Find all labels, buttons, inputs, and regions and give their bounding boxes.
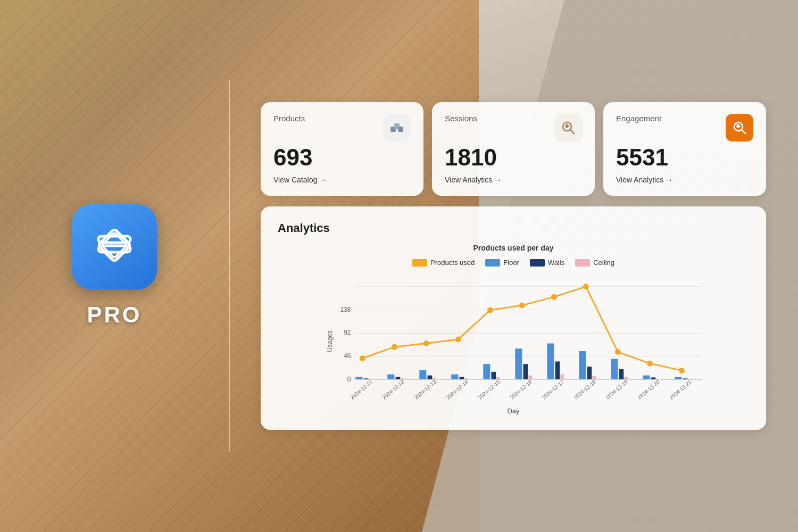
- y-axis-label: Usages: [326, 330, 334, 352]
- pro-label: PRO: [87, 302, 142, 328]
- svg-rect-14: [737, 124, 739, 128]
- svg-rect-51: [643, 376, 650, 380]
- legend-label-ceiling: Ceiling: [593, 259, 614, 267]
- sessions-card: Sessions 1810 View Analytics →: [432, 102, 595, 196]
- sessions-label: Sessions: [445, 114, 477, 123]
- engagement-icon: [726, 114, 753, 142]
- svg-rect-6: [398, 127, 403, 132]
- svg-text:2024-12-18: 2024-12-18: [572, 379, 597, 401]
- dot-1: [392, 344, 397, 350]
- legend-color-products: [412, 259, 427, 267]
- svg-text:0: 0: [347, 376, 351, 383]
- dot-8: [615, 349, 621, 355]
- dot-4: [487, 307, 493, 313]
- svg-rect-43: [555, 361, 560, 379]
- svg-text:2024-12-17: 2024-12-17: [541, 379, 564, 401]
- svg-rect-27: [387, 375, 394, 380]
- svg-text:92: 92: [344, 329, 351, 336]
- svg-rect-10: [566, 124, 568, 128]
- dot-9: [647, 361, 653, 367]
- svg-text:138: 138: [340, 306, 351, 313]
- sessions-value: 1810: [445, 146, 582, 169]
- svg-rect-36: [483, 364, 490, 379]
- svg-rect-33: [451, 375, 458, 380]
- sessions-icon: [554, 114, 582, 142]
- legend-label-products: Products used: [430, 259, 475, 267]
- chart-legend: Products used Floor Walls Ceiling: [278, 259, 749, 267]
- svg-text:2024-12-16: 2024-12-16: [509, 379, 533, 401]
- svg-text:2024-12-12: 2024-12-12: [381, 379, 405, 401]
- svg-line-8: [570, 130, 575, 134]
- svg-rect-28: [396, 377, 401, 380]
- svg-text:2024-12-15: 2024-12-15: [477, 379, 501, 401]
- products-value: 693: [273, 146, 411, 169]
- engagement-link[interactable]: View Analytics →: [616, 176, 753, 184]
- legend-floor: Floor: [485, 259, 519, 267]
- engagement-card-header: Engagement: [616, 114, 753, 142]
- dot-7: [583, 284, 589, 289]
- svg-rect-34: [460, 377, 464, 380]
- x-axis-label: Day: [278, 407, 749, 415]
- svg-text:2024-12-20: 2024-12-20: [636, 379, 661, 401]
- dot-0: [360, 355, 365, 361]
- svg-rect-39: [515, 348, 522, 379]
- legend-color-walls: [530, 259, 545, 267]
- right-panel: Products 693 View Catalog → Sessions: [229, 81, 798, 451]
- svg-text:2024-12-14: 2024-12-14: [445, 379, 469, 401]
- svg-rect-37: [492, 372, 496, 380]
- svg-text:46: 46: [344, 352, 351, 360]
- sessions-card-header: Sessions: [445, 114, 582, 142]
- products-icon: [383, 114, 411, 142]
- dot-3: [455, 336, 461, 342]
- legend-color-floor: [485, 259, 500, 267]
- svg-rect-49: [619, 369, 624, 379]
- engagement-card: Engagement 5531 View Analytics →: [603, 102, 766, 196]
- legend-color-ceiling: [575, 259, 590, 267]
- dot-10: [679, 368, 685, 373]
- engagement-label: Engagement: [616, 114, 661, 123]
- dot-5: [519, 302, 525, 308]
- dot-2: [423, 340, 429, 346]
- chart-title: Products used per day: [278, 244, 749, 252]
- legend-label-floor: Floor: [503, 259, 519, 267]
- dot-6: [551, 294, 557, 300]
- svg-rect-54: [675, 377, 681, 380]
- engagement-value: 5531: [616, 146, 753, 169]
- svg-rect-48: [611, 359, 618, 380]
- analytics-card: Analytics Products used per day Products…: [261, 206, 766, 430]
- svg-text:2024-12-13: 2024-12-13: [413, 379, 437, 401]
- svg-rect-30: [419, 370, 426, 379]
- svg-text:2024-12-19: 2024-12-19: [604, 379, 628, 401]
- legend-ceiling: Ceiling: [575, 259, 614, 267]
- svg-line-12: [742, 130, 746, 134]
- app-icon: [72, 204, 157, 289]
- analytics-title: Analytics: [278, 221, 749, 235]
- products-card: Products 693 View Catalog →: [261, 102, 423, 196]
- svg-rect-45: [579, 351, 586, 379]
- svg-rect-24: [355, 377, 362, 380]
- left-panel: PRO: [0, 183, 229, 349]
- chart-svg: Usages 0 46 92 138: [278, 275, 749, 403]
- svg-rect-31: [428, 376, 433, 380]
- svg-text:2024-12-11: 2024-12-11: [349, 379, 373, 401]
- sessions-link[interactable]: View Analytics →: [445, 176, 582, 184]
- svg-text:2024-12-21: 2024-12-21: [668, 379, 692, 401]
- legend-label-walls: Walls: [548, 259, 564, 267]
- products-link[interactable]: View Catalog →: [273, 176, 411, 184]
- stats-row: Products 693 View Catalog → Sessions: [261, 102, 766, 196]
- main-content: PRO Products 693 View Catal: [0, 0, 798, 532]
- chart-container: Usages 0 46 92 138: [278, 275, 749, 403]
- legend-products: Products used: [412, 259, 475, 267]
- svg-rect-52: [651, 377, 656, 379]
- svg-rect-46: [587, 367, 592, 379]
- products-card-header: Products: [273, 114, 411, 142]
- legend-walls: Walls: [530, 259, 564, 267]
- app-logo-icon: [88, 220, 141, 273]
- products-label: Products: [273, 114, 305, 123]
- svg-rect-42: [547, 344, 554, 380]
- svg-rect-40: [523, 364, 528, 379]
